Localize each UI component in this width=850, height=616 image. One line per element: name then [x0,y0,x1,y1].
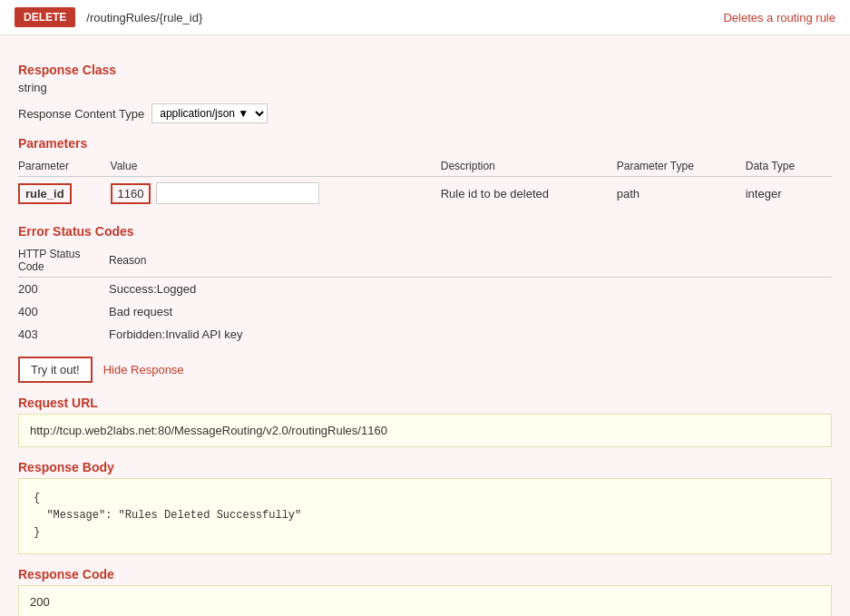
content-type-row: Response Content Type application/json ▼ [18,103,832,123]
error-code: 400 [18,300,109,323]
response-code-value: 200 [18,585,832,616]
response-class-title: Response Class [18,63,832,77]
error-header-row: HTTP Status Code Reason [18,244,832,278]
param-description: Rule id to be deleted [441,177,617,210]
col-value: Value [111,156,441,177]
param-data-type: integer [746,177,832,210]
col-description: Description [441,156,617,177]
error-reason: Forbidden:Invalid API key [109,323,832,346]
try-it-out-button[interactable]: Try it out! [18,357,93,383]
header-left: DELETE /routingRules/{rule_id} [15,7,202,27]
header-bar: DELETE /routingRules/{rule_id} Deletes a… [0,0,850,35]
table-row: rule_id 1160 Rule id to be deleted path … [18,177,832,210]
param-value-input[interactable] [156,182,319,204]
content-type-label: Response Content Type [18,107,144,121]
try-it-row: Try it out! Hide Response [18,357,832,383]
param-type: path [617,177,746,210]
response-body-value: { "Message": "Rules Deleted Successfully… [18,478,832,554]
error-codes-table: HTTP Status Code Reason 200 Success:Logg… [18,244,832,346]
table-row: 400 Bad request [18,300,832,323]
response-body-title: Response Body [18,460,832,474]
param-value-display: 1160 [111,183,151,204]
response-code-title: Response Code [18,567,832,582]
main-content: Response Class string Response Content T… [0,35,850,616]
error-code: 200 [18,278,109,301]
response-class-value: string [18,81,832,94]
endpoint-path: /routingRules/{rule_id} [86,11,202,24]
hide-response-link[interactable]: Hide Response [103,363,184,376]
params-header-row: Parameter Value Description Parameter Ty… [18,156,832,177]
request-url-title: Request URL [18,396,832,410]
error-code: 403 [18,323,109,346]
col-parameter: Parameter [18,156,111,177]
error-reason: Bad request [109,300,832,323]
header-description: Deletes a routing rule [723,11,835,24]
param-value-cell: 1160 [111,177,441,210]
parameters-title: Parameters [18,136,832,151]
col-data-type: Data Type [746,156,832,177]
col-http-status: HTTP Status Code [18,244,109,278]
error-codes-title: Error Status Codes [18,224,832,239]
param-name: rule_id [18,177,111,210]
table-row: 403 Forbidden:Invalid API key [18,323,832,346]
content-type-select[interactable]: application/json ▼ [151,103,268,123]
delete-badge: DELETE [15,7,75,27]
col-reason: Reason [109,244,832,278]
error-reason: Success:Logged [109,278,832,301]
page-wrapper: DELETE /routingRules/{rule_id} Deletes a… [0,0,850,616]
table-row: 200 Success:Logged [18,278,832,301]
parameters-table: Parameter Value Description Parameter Ty… [18,156,832,210]
request-url-value: http://tcup.web2labs.net:80/MessageRouti… [18,414,832,447]
param-name-label: rule_id [18,183,72,204]
col-param-type: Parameter Type [617,156,746,177]
